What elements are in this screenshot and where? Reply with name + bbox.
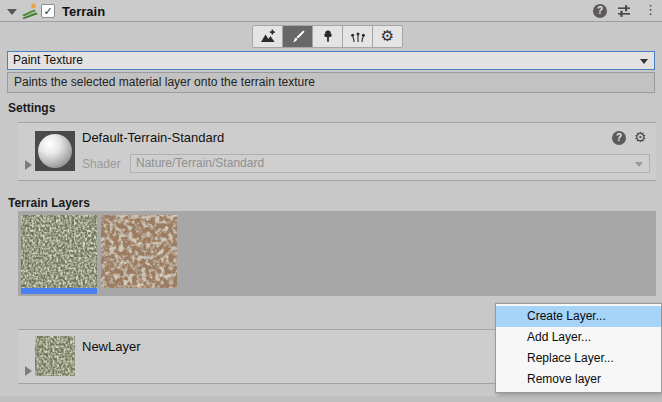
terrain-layer-grass[interactable] (21, 215, 97, 288)
shader-dropdown: Nature/Terrain/Standard (130, 154, 650, 173)
help-icon[interactable]: ? (593, 4, 607, 18)
settings-heading: Settings (8, 101, 55, 115)
chevron-down-icon (635, 162, 643, 167)
menu-item-create-layer[interactable]: Create Layer... (496, 306, 661, 327)
tool-description-text: Paints the selected material layer onto … (14, 75, 315, 89)
component-enabled-checkbox[interactable]: ✓ (41, 4, 55, 18)
presets-icon[interactable] (617, 4, 631, 18)
terrain-layers-heading: Terrain Layers (8, 196, 90, 210)
layer-context-menu: Create Layer... Add Layer... Replace Lay… (495, 303, 662, 393)
selected-layer-indicator (21, 288, 97, 294)
menu-item-remove-layer[interactable]: Remove layer (496, 369, 661, 390)
context-menu-icon[interactable]: ⋮ (644, 2, 654, 17)
material-gear-icon[interactable]: ⚙ (634, 129, 647, 145)
tool-paint-trees[interactable] (312, 25, 343, 48)
chevron-down-icon (640, 59, 648, 64)
component-title: Terrain (62, 4, 105, 19)
tool-terrain-settings[interactable]: ⚙ (372, 25, 403, 48)
terrain-material-box: Default-Terrain-Standard Shader Nature/T… (18, 122, 656, 181)
menu-item-replace-layer[interactable]: Replace Layer... (496, 348, 661, 369)
new-layer-name: NewLayer (82, 339, 141, 354)
inspector-header: ✓ Terrain ? ⋮ (0, 0, 662, 22)
shader-dropdown-value: Nature/Terrain/Standard (136, 156, 264, 170)
new-layer-thumbnail[interactable] (35, 336, 75, 376)
tool-description-box: Paints the selected material layer onto … (7, 72, 655, 93)
panel-bottom-strip (0, 396, 662, 402)
shader-label: Shader (82, 157, 121, 171)
paint-tool-dropdown-value: Paint Texture (13, 53, 83, 67)
material-preview[interactable] (35, 131, 75, 171)
tree-icon (320, 29, 336, 45)
grass-flowers-icon (350, 29, 366, 45)
gear-icon: ⚙ (381, 29, 394, 44)
tool-create-neighbor-terrains[interactable] (252, 25, 283, 48)
material-foldout-icon[interactable] (25, 160, 32, 170)
terrain-component-icon (21, 3, 39, 19)
material-sphere-icon (38, 134, 72, 168)
paint-tool-dropdown[interactable]: Paint Texture (7, 51, 655, 70)
mountain-plus-icon (260, 29, 276, 45)
terrain-layers-selection-area (18, 211, 656, 296)
paintbrush-icon (290, 29, 306, 45)
tool-paint-details[interactable] (342, 25, 373, 48)
tool-paint-terrain[interactable] (282, 25, 313, 48)
terrain-layer-gravel[interactable] (101, 215, 177, 288)
material-help-icon[interactable]: ? (612, 131, 626, 145)
material-name: Default-Terrain-Standard (82, 130, 224, 145)
component-foldout-icon[interactable] (7, 9, 17, 15)
terrain-inspector-panel: ✓ Terrain ? ⋮ (0, 0, 662, 402)
terrain-toolbar: ⚙ (252, 25, 403, 48)
new-layer-foldout-icon[interactable] (25, 366, 32, 376)
menu-item-add-layer[interactable]: Add Layer... (496, 327, 661, 348)
